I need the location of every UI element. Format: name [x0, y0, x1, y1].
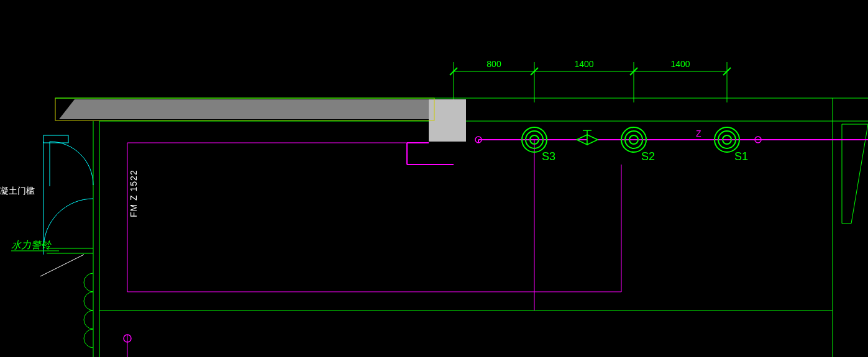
- wall-slab: [55, 98, 466, 142]
- svg-line-56: [40, 255, 84, 276]
- water-alarm-label: 水力警铃: [11, 240, 59, 251]
- label-s1: S1: [734, 150, 748, 163]
- label-s2: S2: [641, 150, 655, 163]
- label-s3: S3: [542, 150, 555, 163]
- svg-rect-9: [55, 99, 459, 119]
- svg-text:水力警铃: 水力警铃: [11, 240, 52, 250]
- dim-1400-b: 1400: [670, 59, 690, 69]
- cad-canvas[interactable]: 800 1400 1400: [0, 0, 868, 357]
- break-line: [40, 255, 84, 276]
- door-code: FM Z 1522: [129, 169, 139, 217]
- dimension-group: 800 1400 1400: [450, 59, 731, 102]
- pipe-z-label: Z: [696, 129, 701, 138]
- note-concrete-threshold: 凝土门槛: [0, 186, 35, 196]
- left-cyan: [43, 135, 93, 255]
- svg-marker-50: [587, 135, 598, 145]
- dim-800: 800: [487, 59, 501, 69]
- dim-1400-a: 1400: [574, 59, 593, 69]
- piping: [127, 140, 868, 357]
- pipe-nodes: [124, 137, 761, 342]
- valve-icon: [577, 130, 598, 145]
